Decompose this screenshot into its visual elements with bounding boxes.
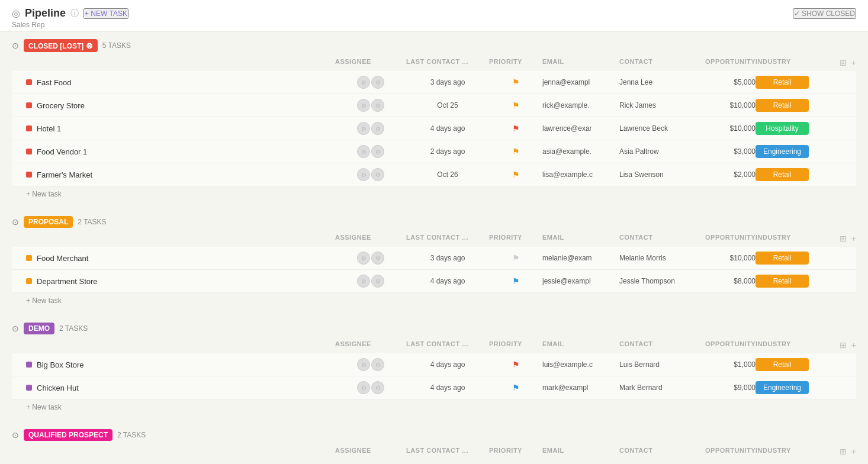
grid-icon[interactable]: ⊞ (840, 340, 847, 350)
task-dot (26, 172, 32, 178)
group-collapse-icon[interactable]: ⊙ (12, 41, 19, 50)
col-name-header (26, 234, 335, 243)
last-contact-cell: 2 days ago (406, 147, 489, 156)
assignee-cell: ⚙ ⚙ (335, 76, 406, 89)
table-row[interactable]: Farmer's Market ⚙ ⚙ Oct 26 ⚑ lisa@exampl… (12, 163, 856, 186)
priority-cell: ⚑ (489, 253, 542, 263)
add-col-icon[interactable]: + (851, 234, 856, 243)
col-last-contact-header: LAST CONTACT ... (406, 58, 489, 67)
avatar: ⚙ (371, 168, 384, 181)
task-name-cell: Fast Food (26, 78, 335, 87)
opportunity-cell: $1,000 (690, 360, 756, 369)
assignee-cell: ⚙ ⚙ (335, 252, 406, 265)
col-opportunity-header: OPPORTUNITY (690, 447, 756, 455)
grid-icon[interactable]: ⊞ (840, 234, 847, 243)
group-collapse-icon[interactable]: ⊙ (12, 217, 19, 227)
table-row[interactable]: Big Box Store ⚙ ⚙ 4 days ago ⚑ luis@exam… (12, 353, 856, 376)
group-label-demo: DEMO (24, 323, 54, 334)
task-name-cell: Department Store (26, 277, 335, 286)
table-row[interactable]: Fast Food ⚙ ⚙ 3 days ago ⚑ jenna@exampl … (12, 71, 856, 94)
contact-cell: Rick James (619, 101, 690, 109)
email-cell: lawrence@exar (542, 124, 619, 133)
opportunity-cell: $9,000 (690, 384, 756, 392)
avatar: ⚙ (357, 122, 370, 135)
industry-badge: Retail (756, 168, 809, 181)
task-dot (26, 149, 32, 154)
avatar: ⚙ (357, 252, 370, 265)
new-task-row[interactable]: + New task (12, 186, 856, 202)
table-row[interactable]: Hotel 1 ⚙ ⚙ 4 days ago ⚑ lawrence@exar L… (12, 117, 856, 140)
group-collapse-icon[interactable]: ⊙ (12, 430, 19, 440)
new-task-row[interactable]: + New task (12, 293, 856, 308)
col-contact-header: CONTACT (619, 58, 690, 67)
avatar: ⚙ (371, 358, 384, 371)
priority-cell: ⚑ (489, 124, 542, 133)
task-name: Farmer's Market (37, 170, 92, 179)
group-label-proposal: PROPOSAL (24, 216, 73, 228)
opportunity-cell: $10,000 (690, 101, 756, 109)
last-contact-cell: 4 days ago (406, 277, 489, 285)
task-name-cell: Chicken Hut (26, 384, 335, 392)
industry-cell: Engineering (756, 381, 827, 394)
avatar: ⚙ (371, 99, 384, 112)
task-name-cell: Food Merchant (26, 254, 335, 263)
task-name: Big Box Store (37, 360, 84, 369)
add-col-icon[interactable]: + (851, 447, 856, 455)
col-assignee-header: ASSIGNEE (335, 340, 406, 350)
last-contact-cell: 3 days ago (406, 254, 489, 262)
table-row[interactable]: Grocery Store ⚙ ⚙ Oct 25 ⚑ rick@example.… (12, 94, 856, 117)
industry-badge: Engineering (756, 145, 809, 158)
group-task-count-demo: 2 TASKS (59, 324, 88, 333)
table-row[interactable]: Food Merchant ⚙ ⚙ 3 days ago ⚑ melanie@e… (12, 247, 856, 270)
avatar: ⚙ (357, 358, 370, 371)
assignee-cell: ⚙ ⚙ (335, 381, 406, 394)
contact-cell: Jessie Thompson (619, 277, 690, 285)
assignee-cell: ⚙ ⚙ (335, 168, 406, 181)
task-name: Grocery Store (37, 101, 85, 110)
new-task-button[interactable]: + NEW TASK (83, 8, 128, 19)
opportunity-cell: $10,000 (690, 254, 756, 262)
info-icon[interactable]: ⓘ (70, 8, 79, 19)
contact-cell: Mark Bernard (619, 384, 690, 392)
industry-badge: Retail (756, 99, 809, 112)
email-cell: jessie@exampl (542, 277, 619, 285)
table-row[interactable]: Chicken Hut ⚙ ⚙ 4 days ago ⚑ mark@exampl… (12, 376, 856, 399)
group-section-proposal: ⊙ PROPOSAL 2 TASKS ASSIGNEE LAST CONTACT… (12, 216, 856, 308)
group-section-demo: ⊙ DEMO 2 TASKS ASSIGNEE LAST CONTACT ...… (12, 323, 856, 415)
grid-icon[interactable]: ⊞ (840, 447, 847, 455)
add-col-icon[interactable]: + (851, 58, 856, 67)
task-name-cell: Food Vendor 1 (26, 147, 335, 156)
col-assignee-header: ASSIGNEE (335, 447, 406, 455)
industry-cell: Retail (756, 275, 827, 288)
priority-cell: ⚑ (489, 78, 542, 87)
table-row[interactable]: Food Vendor 1 ⚙ ⚙ 2 days ago ⚑ asia@exam… (12, 140, 856, 163)
email-cell: mark@exampl (542, 384, 619, 392)
page-title: Pipeline (25, 7, 66, 20)
assignee-cell: ⚙ ⚙ (335, 122, 406, 135)
assignee-cell: ⚙ ⚙ (335, 358, 406, 371)
page-subtitle: Sales Rep (12, 21, 856, 29)
task-name: Food Merchant (37, 254, 88, 263)
priority-cell: ⚑ (489, 383, 542, 392)
grid-icon[interactable]: ⊞ (840, 58, 847, 67)
col-email-header: EMAIL (542, 340, 619, 350)
col-priority-header: PRIORITY (489, 58, 542, 67)
add-col-icon[interactable]: + (851, 340, 856, 350)
group-header-qualified: ⊙ QUALIFIED PROSPECT 2 TASKS (12, 429, 856, 441)
new-task-row[interactable]: + New task (12, 399, 856, 415)
main-content: ⊙ CLOSED [LOST] ⊗ 5 TASKS ASSIGNEE LAST … (0, 32, 868, 455)
last-contact-cell: 3 days ago (406, 78, 489, 86)
show-closed-button[interactable]: ✓ SHOW CLOSED (793, 8, 856, 19)
group-collapse-icon[interactable]: ⊙ (12, 324, 19, 333)
task-name: Department Store (37, 277, 98, 286)
task-name-cell: Farmer's Market (26, 170, 335, 179)
col-industry-header: INDUSTRY (756, 447, 827, 455)
group-section-closed-lost: ⊙ CLOSED [LOST] ⊗ 5 TASKS ASSIGNEE LAST … (12, 39, 856, 202)
priority-cell: ⚑ (489, 101, 542, 110)
industry-cell: Retail (756, 99, 827, 112)
col-last-contact-header: LAST CONTACT ... (406, 447, 489, 455)
last-contact-cell: 4 days ago (406, 384, 489, 392)
assignee-cell: ⚙ ⚙ (335, 145, 406, 158)
table-row[interactable]: Department Store ⚙ ⚙ 4 days ago ⚑ jessie… (12, 270, 856, 293)
col-assignee-header: ASSIGNEE (335, 58, 406, 67)
